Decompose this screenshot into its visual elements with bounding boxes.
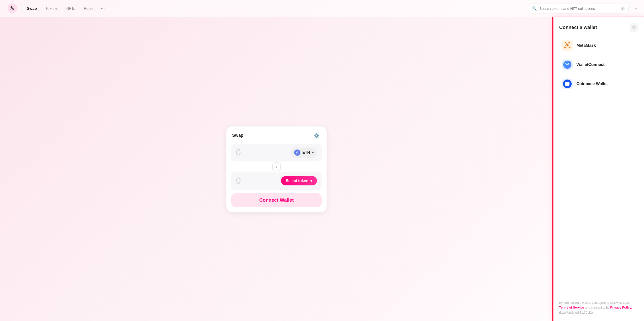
- nav-swap[interactable]: Swap: [23, 4, 41, 13]
- nav-links: Swap Tokens NFTs Pools ···: [23, 4, 108, 13]
- swap-settings-button[interactable]: ⚙️: [312, 131, 321, 140]
- panel-settings-button[interactable]: ⚙: [630, 23, 638, 32]
- svg-marker-3: [564, 42, 567, 44]
- svg-marker-10: [567, 44, 568, 46]
- svg-point-14: [566, 46, 568, 46]
- metamask-label: MetaMask: [576, 43, 596, 48]
- swap-title: Swap: [232, 133, 244, 138]
- footer-mid: and consent to its: [585, 306, 609, 309]
- svg-marker-5: [564, 47, 566, 48]
- footer-text: By connecting a wallet, you agree to Uni…: [559, 301, 630, 304]
- swap-direction-button[interactable]: ↓: [272, 162, 281, 171]
- select-token-label: Select token: [286, 179, 308, 183]
- svg-point-13: [568, 45, 568, 46]
- to-input-row: Select token ▾: [236, 176, 317, 186]
- to-amount-input[interactable]: [236, 176, 270, 186]
- search-icon: 🔍: [532, 6, 537, 11]
- coinbase-label: Coinbase Wallet: [576, 82, 608, 86]
- center-content: Swap ⚙️: [0, 17, 553, 321]
- nav-arrows: »: [634, 6, 636, 11]
- svg-marker-9: [568, 48, 569, 48]
- main-layout: Swap ⚙️: [0, 17, 644, 321]
- arrow-down-icon: ↓: [276, 164, 278, 169]
- logo: [8, 3, 23, 14]
- svg-marker-4: [569, 47, 571, 48]
- eth-token-selector[interactable]: ETH ▾: [291, 148, 317, 158]
- to-input-box: Select token ▾: [231, 172, 322, 190]
- swap-card: Swap ⚙️: [226, 126, 327, 212]
- panel-header: Connect a wallet ⚙: [559, 23, 638, 32]
- svg-point-12: [566, 45, 567, 46]
- walletconnect-option[interactable]: WalletConnect: [559, 56, 638, 74]
- navbar: Swap Tokens NFTs Pools ··· 🔍 / »: [0, 0, 644, 17]
- swap-arrow-row: ↓: [231, 162, 322, 171]
- coinbase-option[interactable]: Coinbase Wallet: [559, 75, 638, 93]
- tos-link[interactable]: Terms of Service: [559, 306, 584, 309]
- search-input[interactable]: [539, 6, 618, 10]
- footer-end: (Last Updated 11.30.22): [559, 311, 593, 314]
- metamask-icon: [562, 40, 572, 51]
- from-amount-input[interactable]: [236, 148, 270, 158]
- walletconnect-label: WalletConnect: [576, 62, 604, 67]
- walletconnect-icon: [562, 60, 572, 70]
- svg-marker-8: [566, 48, 567, 48]
- connect-wallet-panel: Connect a wallet ⚙: [553, 17, 644, 321]
- nav-tokens[interactable]: Tokens: [42, 4, 62, 13]
- panel-title: Connect a wallet: [559, 25, 597, 30]
- search-bar: 🔍 /: [528, 4, 629, 14]
- slash-badge: /: [620, 6, 624, 11]
- select-token-chevron-icon: ▾: [310, 178, 312, 183]
- eth-chevron-icon: ▾: [312, 151, 314, 154]
- coinbase-icon: [562, 78, 572, 89]
- select-token-button[interactable]: Select token ▾: [281, 176, 317, 186]
- nav-pools[interactable]: Pools: [80, 4, 97, 13]
- nav-nfts[interactable]: NFTs: [62, 4, 79, 13]
- metamask-option[interactable]: MetaMask: [559, 36, 638, 54]
- panel-footer: By connecting a wallet, you agree to Uni…: [559, 296, 638, 315]
- nav-more-button[interactable]: ···: [98, 4, 108, 13]
- privacy-link[interactable]: Privacy Policy.: [610, 306, 632, 309]
- svg-point-0: [8, 3, 17, 13]
- from-input-box: ETH ▾: [231, 144, 322, 162]
- from-input-row: ETH ▾: [236, 148, 317, 158]
- eth-token-label: ETH: [302, 150, 310, 155]
- swap-header: Swap ⚙️: [231, 131, 322, 140]
- connect-wallet-button[interactable]: Connect Wallet: [231, 193, 322, 207]
